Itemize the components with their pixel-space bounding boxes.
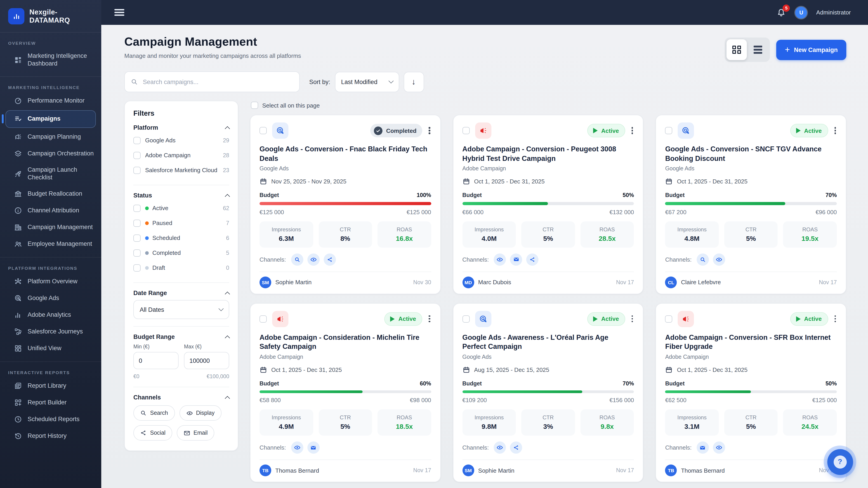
card-menu-button[interactable] (833, 314, 837, 324)
filter-section-status[interactable]: Status (133, 192, 229, 199)
campaign-title[interactable]: Adobe Campaign - Conversion - Peugeot 30… (462, 144, 634, 164)
channel-chip-search[interactable]: Search (133, 405, 175, 421)
card-menu-button[interactable] (428, 314, 431, 324)
select-all-checkbox[interactable] (251, 102, 258, 109)
sidebar-item-scheduled-reports[interactable]: Scheduled Reports (0, 411, 101, 428)
sidebar-item-report-history[interactable]: Report History (0, 428, 101, 445)
card-checkbox[interactable] (665, 315, 673, 322)
sidebar-item-report-builder[interactable]: Report Builder (0, 394, 101, 411)
checkbox[interactable] (133, 234, 141, 241)
sidebar-item-salesforce-journeys[interactable]: Salesforce Journeys (0, 323, 101, 340)
card-menu-button[interactable] (631, 125, 634, 136)
sidebar-item-report-library[interactable]: Report Library (0, 378, 101, 394)
card-menu-button[interactable] (428, 125, 431, 136)
channel-search-icon[interactable] (291, 253, 303, 265)
budget-total: €125 000 (812, 397, 837, 403)
stat-ctr: CTR5% (724, 410, 778, 435)
filter-option-draft: Draft 0 (133, 260, 229, 275)
checkbox[interactable] (133, 264, 141, 271)
card-checkbox[interactable] (462, 315, 469, 322)
filter-section-date-range[interactable]: Date Range (133, 290, 229, 296)
grid-view-button[interactable] (726, 39, 747, 60)
sidebar-item-platform-overview[interactable]: Platform Overview (0, 273, 101, 290)
chevron-up-icon (225, 396, 230, 401)
channel-chip-display[interactable]: Display (179, 405, 221, 421)
campaign-title[interactable]: Adobe Campaign - Consideration - Micheli… (259, 333, 431, 352)
sidebar-item-budget-reallocation[interactable]: Budget Reallocation (0, 186, 101, 202)
filters-title: Filters (133, 109, 229, 118)
new-campaign-button[interactable]: + New Campaign (776, 39, 846, 60)
campaign-title[interactable]: Adobe Campaign - Conversion - SFR Box In… (665, 333, 837, 352)
checkbox[interactable] (133, 219, 141, 227)
channel-display-icon[interactable] (494, 442, 506, 454)
channel-display-icon[interactable] (307, 253, 319, 265)
modified-date: Nov 17 (616, 279, 634, 285)
sort-select[interactable]: Last Modified (335, 72, 399, 92)
sidebar-item-campaigns[interactable]: Campaigns (5, 110, 96, 128)
channel-social-icon[interactable] (526, 253, 538, 265)
checkbox[interactable] (133, 204, 141, 212)
channel-email-icon[interactable] (510, 253, 522, 265)
filter-section-platform[interactable]: Platform (133, 124, 229, 131)
max-budget-input[interactable] (184, 352, 229, 369)
menu-toggle-button[interactable] (114, 7, 124, 18)
check-icon (374, 126, 382, 135)
channel-display-icon[interactable] (713, 442, 725, 454)
card-checkbox[interactable] (259, 315, 267, 322)
sidebar-item-adobe-analytics[interactable]: Adobe Analytics (0, 306, 101, 323)
channel-chip-email[interactable]: Email (177, 425, 215, 441)
card-checkbox[interactable] (259, 127, 267, 134)
filter-section-channels[interactable]: Channels (133, 394, 229, 401)
filter-section-budget-range[interactable]: Budget Range (133, 333, 229, 340)
checkbox[interactable] (133, 152, 141, 159)
user-avatar[interactable]: U (795, 6, 808, 19)
checkbox[interactable] (133, 166, 141, 174)
sidebar-item-label: Salesforce Journeys (28, 328, 83, 335)
campaign-title[interactable]: Google Ads - Conversion - Fnac Black Fri… (259, 144, 431, 164)
checkbox[interactable] (133, 249, 141, 256)
sidebar-item-google-ads[interactable]: Google Ads (0, 290, 101, 306)
card-checkbox[interactable] (665, 127, 673, 134)
sidebar-item-campaign-orchestration[interactable]: Campaign Orchestration (0, 145, 101, 162)
sidebar-item-label: Google Ads (28, 294, 59, 302)
channel-email-icon[interactable] (697, 442, 709, 454)
sidebar-item-unified-view[interactable]: Unified View (0, 340, 101, 357)
sidebar-item-employee-management[interactable]: Employee Management (0, 236, 101, 252)
channel-social-icon[interactable] (323, 253, 336, 265)
card-checkbox[interactable] (462, 127, 469, 134)
card-menu-button[interactable] (631, 314, 634, 324)
channel-social-icon[interactable] (510, 442, 522, 454)
sidebar-item-label: Budget Reallocation (28, 190, 82, 198)
sidebar-item-campaign-management[interactable]: Campaign Management (0, 219, 101, 236)
checkbox[interactable] (133, 137, 141, 144)
channel-display-icon[interactable] (291, 442, 303, 454)
status-badge: Active (790, 312, 828, 326)
sidebar-item-channel-attribution[interactable]: Channel Attribution (0, 202, 101, 219)
owner-avatar: CL (665, 276, 677, 288)
sidebar-item-campaign-planning[interactable]: Campaign Planning (0, 129, 101, 145)
channel-display-icon[interactable] (713, 253, 725, 265)
channel-display-icon[interactable] (494, 253, 506, 265)
help-button[interactable]: ? (824, 446, 856, 478)
notifications-button[interactable]: 5 (776, 7, 786, 18)
search-field (124, 71, 300, 92)
campaign-platform: Google Ads (462, 354, 634, 360)
sidebar-item-performance-monitor[interactable]: Performance Monitor (0, 93, 101, 109)
campaign-title[interactable]: Google Ads - Awareness - L'Oréal Paris A… (462, 333, 634, 352)
sidebar-item-marketing-intelligence-dashboard[interactable]: Marketing Intelligence Dashboard (0, 48, 101, 72)
topbar: 5 U Administrator (101, 0, 868, 25)
brand: Nexgile-DATAMARQ (0, 0, 101, 33)
sidebar-item-campaign-launch-checklist[interactable]: Campaign Launch Checklist (0, 162, 101, 186)
channel-chip-social[interactable]: Social (133, 425, 172, 441)
sort-direction-button[interactable]: ↓ (403, 72, 424, 92)
list-view-button[interactable] (748, 39, 768, 60)
owner-name: Sophie Martin (275, 279, 311, 286)
sidebar-item-label: Marketing Intelligence Dashboard (28, 53, 95, 68)
campaign-title[interactable]: Google Ads - Conversion - SNCF TGV Advan… (665, 144, 837, 164)
min-budget-input[interactable] (133, 352, 179, 369)
card-menu-button[interactable] (833, 125, 837, 136)
channel-search-icon[interactable] (697, 253, 709, 265)
channel-email-icon[interactable] (307, 442, 319, 454)
date-range-select[interactable]: All Dates (133, 300, 229, 319)
search-input[interactable] (142, 78, 293, 86)
